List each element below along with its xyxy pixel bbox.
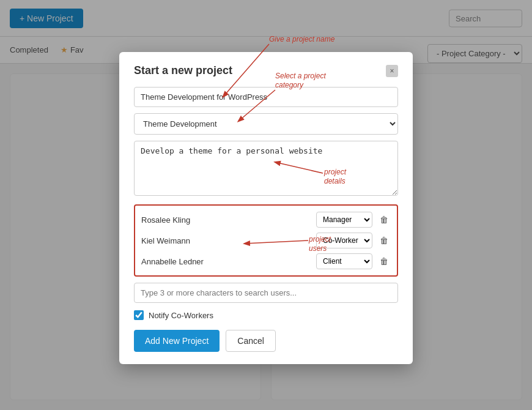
user-delete-button-2[interactable]: 🗑 bbox=[377, 234, 391, 247]
modal-close-button[interactable]: × bbox=[386, 65, 398, 77]
user-name-2: Kiel Weimann bbox=[141, 236, 311, 245]
user-name-1: Rosalee Kling bbox=[141, 215, 311, 225]
user-role-select-3[interactable]: Manager Co-Worker Client bbox=[316, 253, 372, 269]
notify-checkbox[interactable] bbox=[134, 310, 144, 320]
user-delete-button-1[interactable]: 🗑 bbox=[377, 214, 391, 226]
notify-label: Notify Co-Workers bbox=[149, 311, 213, 320]
user-row-3: Annabelle Ledner Manager Co-Worker Clien… bbox=[141, 253, 391, 269]
user-row-1: Rosalee Kling Manager Co-Worker Client 🗑 bbox=[141, 212, 391, 228]
search-users-input[interactable] bbox=[134, 283, 398, 303]
cancel-button[interactable]: Cancel bbox=[226, 330, 276, 352]
user-row-2: Kiel Weimann Manager Co-Worker Client 🗑 bbox=[141, 233, 391, 248]
modal-title: Start a new project bbox=[134, 64, 232, 77]
user-role-select-1[interactable]: Manager Co-Worker Client bbox=[316, 212, 372, 228]
add-new-project-button[interactable]: Add New Project bbox=[134, 330, 220, 352]
modal-header: Start a new project × bbox=[134, 64, 398, 77]
modal: Start a new project × Theme Development … bbox=[119, 52, 413, 364]
action-buttons: Add New Project Cancel bbox=[134, 330, 398, 352]
project-users-section: Rosalee Kling Manager Co-Worker Client 🗑… bbox=[134, 204, 398, 277]
project-name-input[interactable] bbox=[134, 87, 398, 107]
user-role-select-2[interactable]: Manager Co-Worker Client bbox=[316, 233, 372, 248]
user-delete-button-3[interactable]: 🗑 bbox=[377, 255, 391, 267]
user-name-3: Annabelle Ledner bbox=[141, 257, 311, 266]
project-category-select[interactable]: Theme Development Web Design Mobile App … bbox=[134, 113, 398, 135]
notify-row: Notify Co-Workers bbox=[134, 310, 398, 320]
project-description-textarea[interactable]: Develop a theme for a personal website bbox=[134, 141, 398, 196]
